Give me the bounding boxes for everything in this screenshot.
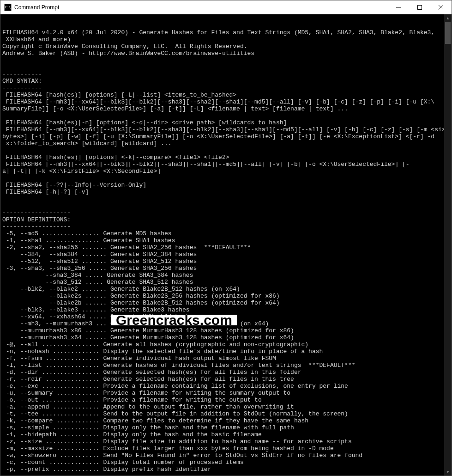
terminal-line: x:\folder_to_search> [wildcard] [wildcar… xyxy=(2,140,450,147)
terminal-line xyxy=(2,112,450,119)
terminal-line: --murmurhash3_x64 ...... Generate Murmur… xyxy=(2,334,450,341)
close-button[interactable] xyxy=(430,0,452,14)
terminal-line: -k, --compare ............ Compare two f… xyxy=(2,417,450,424)
terminal-line: -u, --summary ............ Provide a fil… xyxy=(2,390,450,397)
scrollbar[interactable]: ▲ ▼ xyxy=(444,14,452,476)
terminal-line: a] [-t]] [-k <X:\FirstFile> <X:\SecondFi… xyxy=(2,168,450,175)
app-icon: C:\ xyxy=(4,4,12,11)
terminal-output[interactable]: FILEHASH64 v4.2.0 x64 (20 Jul 2020) - Ge… xyxy=(0,14,452,476)
terminal-line: FILEHASH64 [--??|--Info|--Version-Only] xyxy=(2,182,450,189)
command-prompt-window: C:\ Command Prompt FILEHASH64 v4.2.0 x64… xyxy=(0,0,452,476)
scrollbar-thumb[interactable] xyxy=(445,22,451,44)
terminal-line: FILEHASH64 [--mh3][--xx64][--blk3][--blk… xyxy=(2,126,450,133)
scroll-up-arrow[interactable]: ▲ xyxy=(444,14,452,22)
terminal-line: --sha3_384 ..... Generate SHA3_384 hashe… xyxy=(2,272,450,279)
watermark-overlay: Greencracks.com xyxy=(111,315,237,325)
terminal-line: FILEHASH64 v4.2.0 x64 (20 Jul 2020) - Ge… xyxy=(2,29,450,36)
maximize-button[interactable] xyxy=(409,0,430,14)
terminal-line: FILEHASH64 [--mh3][--xx64][--blk3][--blk… xyxy=(2,161,450,168)
terminal-line: -d, --dir ................ Generate sele… xyxy=(2,369,450,376)
terminal-line: ----------- xyxy=(2,71,450,78)
terminal-line: -w, --showzero ........... Send "No File… xyxy=(2,452,450,459)
terminal-line: -c, --count .............. Display total… xyxy=(2,459,450,466)
terminal-line: -s, --simple ............. Display only … xyxy=(2,424,450,431)
terminal-line: -f, --fsum ............... Generate indi… xyxy=(2,355,450,362)
terminal-line: -e, --exc ................ Provide a fil… xyxy=(2,383,450,390)
terminal-line: OPTION DEFINITIONS: xyxy=(2,216,450,223)
terminal-line: -3, --sha3, --sha3_256 ..... Generate SH… xyxy=(2,265,450,272)
terminal-line: -r, --rdir ............... Generate sele… xyxy=(2,376,450,383)
titlebar[interactable]: C:\ Command Prompt xyxy=(0,0,452,14)
terminal-line: ----------- xyxy=(2,85,450,92)
terminal-line xyxy=(2,147,450,154)
svg-rect-1 xyxy=(418,5,422,9)
terminal-line: bytes>] [-i] [-p] [-w] [-f] [-u [X:\Summ… xyxy=(2,133,450,140)
terminal-line: -5, --md5 ................ Generate MD5 … xyxy=(2,230,450,237)
minimize-button[interactable] xyxy=(388,0,409,14)
terminal-line: FILEHASH64 [hash(es)|-n] [options] <-d|-… xyxy=(2,119,450,126)
terminal-line: FILEHASH64 [--mh3][--xx64][--blk3][--blk… xyxy=(2,98,450,105)
terminal-line: Andrew S. Baker (ASB) - http://www.Brain… xyxy=(2,50,450,57)
terminal-line: XXHash64 and more) xyxy=(2,36,450,43)
terminal-line: -i, --hidepath ........... Display only … xyxy=(2,431,450,438)
terminal-line: -p, --prefix ............. Display prefi… xyxy=(2,466,450,473)
terminal-line: SummaryFile]] [-o <X:\UserSelectedFile>]… xyxy=(2,105,450,112)
terminal-line: --sha3_512 ..... Generate SHA3_512 hashe… xyxy=(2,279,450,286)
terminal-line: FILEHASH64 [-h|-?] [-v] xyxy=(2,189,450,195)
terminal-line: Copyright c BrainWave Consulting Company… xyxy=(2,43,450,50)
terminal-line: --384, --sha384 ....... Generate SHA2_38… xyxy=(2,251,450,258)
terminal-line xyxy=(2,175,450,182)
terminal-line: -2, --sha2, --sha256 ....... Generate SH… xyxy=(2,244,450,251)
terminal-line: -o, --out ................ Provide a fil… xyxy=(2,397,450,403)
terminal-line: -a, --append ............. Append to the… xyxy=(2,403,450,410)
terminal-line: -n, --nohash ............. Display the s… xyxy=(2,348,450,355)
terminal-line: ------------------- xyxy=(2,209,450,216)
terminal-line: --murmurhash3_x86 ...... Generate Murmur… xyxy=(2,327,450,334)
terminal-line: --blake2b ...... Generate Blake2B_512 ha… xyxy=(2,299,450,306)
terminal-line: FILEHASH64 [hash(es)] [options] <-k|--co… xyxy=(2,154,450,161)
scroll-down-arrow[interactable]: ▼ xyxy=(444,468,452,476)
terminal-line: ------------------- xyxy=(2,223,450,230)
terminal-line xyxy=(2,195,450,202)
window-controls xyxy=(388,0,452,14)
window-title: Command Prompt xyxy=(14,4,388,11)
terminal-line: -t, --tee ................ Send to the o… xyxy=(2,410,450,417)
terminal-text: FILEHASH64 v4.2.0 x64 (20 Jul 2020) - Ge… xyxy=(2,29,450,473)
terminal-line: CMD SYNTAX: xyxy=(2,78,450,85)
terminal-line: -m, --maxsize ............ Exclude files… xyxy=(2,445,450,452)
terminal-line: -l, --list ............... Generate hash… xyxy=(2,362,450,369)
terminal-line: -1, --sha1 ............... Generate SHA1… xyxy=(2,237,450,244)
terminal-line xyxy=(2,202,450,209)
terminal-line: -z, --size ............... Display file … xyxy=(2,438,450,445)
terminal-line: -@, --all ................ Generate all … xyxy=(2,341,450,348)
terminal-line: --512, --sha512 ....... Generate SHA2_51… xyxy=(2,258,450,265)
terminal-line: FILEHASH64 [hash(es)] [options] [-L|--li… xyxy=(2,92,450,98)
terminal-line: --blake2s ...... Generate Blake2S_256 ha… xyxy=(2,293,450,299)
terminal-line: --blk2, --blake2 ....... Generate Blake2… xyxy=(2,286,450,293)
terminal-line xyxy=(2,64,450,71)
terminal-line xyxy=(2,57,450,64)
